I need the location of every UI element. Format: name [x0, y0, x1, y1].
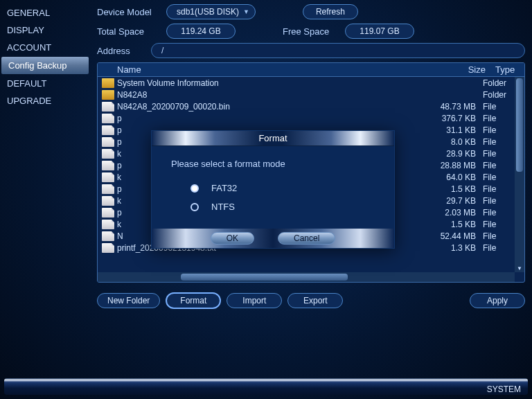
apply-button[interactable]: Apply: [470, 293, 525, 308]
file-type: File: [483, 243, 515, 253]
dialog-message: Please select a format mode: [171, 159, 380, 169]
file-icon: [102, 231, 114, 241]
sidebar-item-account[interactable]: ACCOUNT: [0, 39, 90, 56]
device-model-select[interactable]: sdb1(USB DISK) ▼: [166, 4, 256, 19]
device-model-value: sdb1(USB DISK): [177, 7, 239, 17]
file-size: 2.03 MB: [414, 208, 483, 218]
status-label: SYSTEM: [487, 384, 521, 394]
col-size[interactable]: Size: [423, 64, 493, 75]
file-type: File: [483, 220, 515, 229]
export-button[interactable]: Export: [287, 293, 343, 308]
format-option-fat32[interactable]: FAT32: [171, 179, 380, 197]
file-icon: [102, 220, 114, 229]
format-dialog: Format Please select a format mode FAT32…: [151, 130, 395, 249]
file-icon: [102, 196, 114, 206]
file-size: 28.9 KB: [414, 149, 483, 159]
file-type: File: [483, 196, 515, 206]
format-option-label: FAT32: [211, 183, 237, 193]
file-icon: [102, 208, 114, 218]
format-option-label: NTFS: [211, 202, 235, 212]
sidebar-item-upgrade[interactable]: UPGRADE: [0, 92, 90, 109]
radio-unselected-icon: [190, 203, 199, 211]
sidebar-item-display[interactable]: DISPLAY: [0, 21, 90, 39]
table-row[interactable]: p376.7 KBFile: [98, 112, 515, 124]
table-row[interactable]: N842A8_20200709_00020.bin48.73 MBFile: [98, 100, 515, 112]
file-icon: [102, 161, 114, 170]
format-option-ntfs[interactable]: NTFS: [171, 197, 380, 216]
file-size: 29.7 KB: [414, 196, 483, 206]
format-button[interactable]: Format: [166, 292, 221, 309]
radio-selected-icon: [190, 184, 199, 193]
file-icon: [102, 184, 114, 194]
table-row[interactable]: System Volume InformationFolder: [98, 77, 515, 89]
file-size: 31.1 KB: [414, 125, 483, 135]
vertical-scroll-thumb[interactable]: [516, 78, 523, 172]
sidebar-item-general[interactable]: GENERAL: [0, 4, 90, 21]
file-type: Folder: [483, 78, 515, 88]
file-type: File: [483, 137, 515, 147]
file-type: File: [483, 231, 515, 241]
folder-icon: [102, 90, 114, 100]
file-type: File: [483, 184, 515, 194]
file-type: Folder: [483, 90, 515, 100]
address-input[interactable]: /: [151, 43, 525, 58]
total-space-value: 119.24 GB: [166, 24, 236, 39]
file-name: N842A8: [117, 90, 414, 100]
refresh-button[interactable]: Refresh: [303, 4, 358, 19]
file-type: File: [483, 208, 515, 218]
file-icon: [102, 125, 114, 135]
cancel-button[interactable]: Cancel: [278, 232, 335, 245]
file-size: 64.0 KB: [414, 172, 483, 182]
free-space-value: 119.07 GB: [345, 24, 414, 39]
horizontal-scrollbar[interactable]: [98, 272, 515, 282]
scroll-down-icon[interactable]: ▼: [516, 265, 523, 272]
address-label: Address: [97, 46, 139, 56]
file-size: 1.5 KB: [414, 184, 483, 194]
file-icon: [102, 149, 114, 159]
ok-button[interactable]: OK: [211, 232, 254, 245]
file-type: File: [483, 114, 515, 123]
file-name: System Volume Information: [117, 78, 414, 88]
sidebar: GENERAL DISPLAY ACCOUNT Config Backup DE…: [0, 0, 90, 109]
file-name: N842A8_20200709_00020.bin: [117, 102, 414, 112]
vertical-scrollbar[interactable]: ▲ ▼: [515, 77, 524, 272]
file-type: File: [483, 102, 515, 112]
file-type: File: [483, 125, 515, 135]
new-folder-button[interactable]: New Folder: [97, 293, 160, 308]
file-icon: [102, 243, 114, 253]
import-button[interactable]: Import: [227, 293, 282, 308]
file-icon: [102, 172, 114, 182]
horizontal-scroll-thumb[interactable]: [181, 274, 348, 281]
col-name[interactable]: Name: [98, 64, 423, 75]
table-row[interactable]: N842A8Folder: [98, 89, 515, 100]
chevron-down-icon: ▼: [243, 8, 249, 15]
file-type: File: [483, 172, 515, 182]
file-type: File: [483, 161, 515, 170]
file-size: 48.73 MB: [414, 102, 483, 112]
file-icon: [102, 102, 114, 112]
dialog-title: Format: [258, 133, 287, 143]
status-bar: SYSTEM: [4, 378, 528, 395]
file-size: 376.7 KB: [414, 114, 483, 123]
file-icon: [102, 114, 114, 123]
col-type[interactable]: Type: [493, 64, 524, 75]
file-size: 52.44 MB: [414, 231, 483, 241]
file-icon: [102, 137, 114, 147]
file-size: 28.88 MB: [414, 161, 483, 170]
total-space-label: Total Space: [97, 26, 159, 37]
sidebar-item-config-backup[interactable]: Config Backup: [1, 57, 89, 74]
file-size: 1.5 KB: [414, 220, 483, 229]
free-space-label: Free Space: [283, 26, 338, 37]
folder-icon: [102, 78, 114, 88]
file-grid-header: Name Size Type: [98, 63, 524, 77]
file-type: File: [483, 149, 515, 159]
dialog-titlebar[interactable]: Format: [152, 131, 394, 146]
device-model-label: Device Model: [97, 7, 159, 17]
file-size: 1.3 KB: [414, 243, 483, 253]
sidebar-item-default[interactable]: DEFAULT: [0, 75, 90, 92]
file-size: 8.0 KB: [414, 137, 483, 147]
dialog-button-bar: OK Cancel: [152, 229, 394, 248]
file-name: p: [117, 114, 414, 123]
